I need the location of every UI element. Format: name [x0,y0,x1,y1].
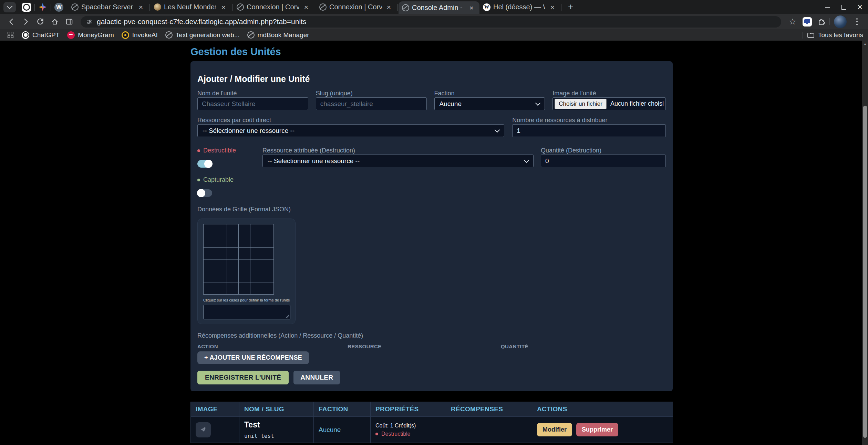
destructible-toggle[interactable] [197,160,212,168]
destruct-resource-select[interactable]: -- Sélectionner une ressource -- [262,155,534,167]
grid-cell[interactable] [239,236,250,248]
save-unit-button[interactable]: ENREGISTRER L'UNITÉ [197,371,289,384]
pinned-tab-gemini[interactable] [38,2,48,12]
tab-search-button[interactable] [3,2,16,12]
unit-name-input[interactable] [197,97,308,110]
maximize-button[interactable] [836,0,852,14]
scrollbar-thumb[interactable] [863,106,867,438]
grid-cell[interactable] [239,259,250,271]
grid-cell[interactable] [239,224,250,236]
grid-cell[interactable] [204,283,215,295]
close-icon[interactable]: × [219,3,228,12]
grid-cell[interactable] [227,248,239,259]
pinned-tab-wordpress[interactable]: W [54,2,64,12]
page-scrollbar[interactable]: ▲ [862,41,868,445]
tab-neuf-mondes[interactable]: Les Neuf Mondes de la Mytholo × [151,0,231,14]
grid-json-textarea[interactable] [203,305,290,319]
tab-connexion-corvara-1[interactable]: Connexion | Corvara × [233,0,314,14]
close-icon[interactable]: × [548,3,557,12]
close-icon[interactable]: × [467,3,476,12]
grid-cell[interactable] [250,271,262,283]
grid-cell[interactable] [250,248,262,259]
field-destruct-qty: Quantité (Destruction) [541,147,666,167]
site-favicon [237,3,244,11]
faction-select[interactable]: Aucune [434,97,545,110]
resize-grip-icon[interactable] [286,315,289,318]
url-text[interactable]: galactic-pve-conquest-c7fe.dev.flatlogic… [97,18,306,26]
site-info-icon[interactable] [86,19,93,25]
close-icon[interactable]: × [384,3,393,12]
grid-cell[interactable] [227,283,239,295]
grid-cell[interactable] [262,248,274,259]
bookmark-moneygram[interactable]: MoneyGram [63,31,118,39]
browser-menu-button[interactable] [850,18,864,25]
grid-cell[interactable] [262,283,274,295]
bookmark-chatgpt[interactable]: ChatGPT [18,31,63,39]
apps-grid-icon[interactable] [8,32,13,38]
bookmark-mdbook-manager[interactable]: mdBook Manager [244,31,313,39]
grid-cell[interactable] [204,271,215,283]
tab-hel-wikipedia[interactable]: W Hel (déesse) — Wikipédia × [479,0,560,14]
back-button[interactable] [4,15,19,28]
grid-cell[interactable] [227,224,239,236]
minimize-button[interactable] [819,0,836,14]
grid-cell[interactable] [204,224,215,236]
grid-cell[interactable] [215,271,227,283]
grid-cell[interactable] [262,224,274,236]
grid-cell[interactable] [215,283,227,295]
tab-console-admin-nexus[interactable]: Console Admin - Nexus × [399,1,479,14]
grid-cell[interactable] [215,224,227,236]
extensions-button[interactable] [814,15,829,28]
field-destruct-resource: Ressource attribuée (Destruction) -- Sél… [262,147,534,167]
profile-avatar[interactable] [834,15,847,28]
edit-unit-button[interactable]: Modifier [537,423,572,436]
grid-cell[interactable] [239,271,250,283]
grid-cell[interactable] [215,248,227,259]
add-reward-button[interactable]: + AJOUTER UNE RÉCOMPENSE [197,351,309,364]
reload-button[interactable] [33,15,48,28]
grid-cell[interactable] [239,283,250,295]
extension-shortcut-button[interactable] [800,15,814,28]
grid-cell[interactable] [262,236,274,248]
grid-cell[interactable] [204,236,215,248]
delete-unit-button[interactable]: Supprimer [576,423,618,436]
cancel-button[interactable]: ANNULER [293,371,340,384]
grid-cell[interactable] [250,259,262,271]
cost-resource-select[interactable]: -- Sélectionner une ressource -- [197,124,504,137]
all-bookmarks[interactable]: Tous les favoris [802,31,863,39]
scroll-up-icon[interactable]: ▲ [862,42,868,46]
bookmark-text-generation[interactable]: Text generation web... [162,31,244,39]
image-file-input[interactable]: Choisir un fichier Aucun fichier choisi [552,97,666,110]
home-button[interactable] [48,15,62,28]
destruct-qty-input[interactable] [541,155,666,167]
address-bar[interactable]: galactic-pve-conquest-c7fe.dev.flatlogic… [81,16,781,28]
side-panel-button[interactable] [62,15,76,28]
forward-button[interactable] [19,15,33,28]
close-icon[interactable]: × [302,3,311,12]
slug-input[interactable] [316,97,427,110]
capturable-toggle[interactable] [197,189,212,197]
grid-cell[interactable] [215,259,227,271]
grid-cell[interactable] [239,248,250,259]
grid-cell[interactable] [215,236,227,248]
cost-count-input[interactable] [512,124,666,137]
tab-spacebar-server[interactable]: Spacebar Server × [68,0,149,14]
close-icon[interactable]: × [136,3,145,12]
grid-cell[interactable] [262,271,274,283]
choose-file-button[interactable]: Choisir un fichier [555,99,607,109]
bookmark-star-button[interactable]: ☆ [785,15,800,28]
grid-cell[interactable] [250,236,262,248]
bookmark-invokeai[interactable]: InvokeAI [118,31,162,39]
grid-cell[interactable] [204,248,215,259]
grid-cell[interactable] [250,283,262,295]
grid-cell[interactable] [250,224,262,236]
grid-cell[interactable] [262,259,274,271]
grid-cell[interactable] [204,259,215,271]
close-window-button[interactable]: × [852,0,868,14]
pinned-tab-chatgpt[interactable] [21,2,32,12]
grid-cell[interactable] [227,271,239,283]
tab-connexion-corvara-2[interactable]: Connexion | Corvara × [316,0,397,14]
grid-cell[interactable] [227,259,239,271]
new-tab-button[interactable]: + [565,1,577,13]
grid-cell[interactable] [227,236,239,248]
